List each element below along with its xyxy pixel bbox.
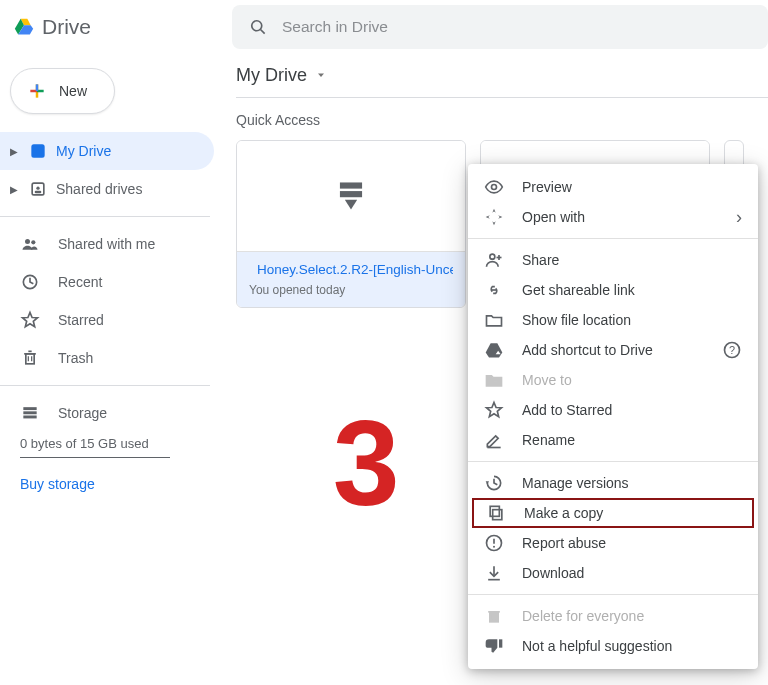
ctx-add-shortcut[interactable]: Add shortcut to Drive ? xyxy=(468,335,758,365)
svg-rect-19 xyxy=(26,354,34,364)
ctx-label: Share xyxy=(522,252,742,268)
svg-rect-62 xyxy=(499,639,502,647)
ctx-not-helpful[interactable]: Not a helpful suggestion xyxy=(468,631,758,661)
svg-rect-51 xyxy=(493,510,502,520)
ctx-get-link[interactable]: Get shareable link xyxy=(468,275,758,305)
nav-shared-drives[interactable]: ▶ Shared drives xyxy=(0,170,214,208)
buy-storage-link[interactable]: Buy storage xyxy=(20,476,220,492)
ctx-make-copy[interactable]: Make a copy xyxy=(472,498,754,528)
ctx-label: Delete for everyone xyxy=(522,608,742,624)
ctx-label: Rename xyxy=(522,432,742,448)
ctx-add-starred[interactable]: Add to Starred xyxy=(468,395,758,425)
quick-access-card[interactable]: Honey.Select.2.R2-[English-Unce... You o… xyxy=(236,140,466,308)
trash-icon xyxy=(484,606,504,626)
eye-icon xyxy=(484,177,504,197)
my-drive-icon xyxy=(28,141,48,161)
nav-my-drive[interactable]: ▶ My Drive xyxy=(0,132,214,170)
ctx-report-abuse[interactable]: Report abuse xyxy=(468,528,758,558)
pencil-icon xyxy=(484,430,504,450)
svg-line-5 xyxy=(261,30,265,34)
svg-marker-48 xyxy=(487,403,502,417)
history-icon xyxy=(484,473,504,493)
shared-drives-icon xyxy=(28,179,48,199)
nav-label: Starred xyxy=(58,312,104,328)
svg-point-13 xyxy=(36,187,39,190)
star-icon xyxy=(20,310,40,330)
svg-rect-52 xyxy=(490,506,499,516)
chevron-right-icon: › xyxy=(736,207,742,228)
file-subtitle: You opened today xyxy=(249,283,453,297)
star-icon xyxy=(484,400,504,420)
ctx-preview[interactable]: Preview xyxy=(468,172,758,202)
ctx-label: Not a helpful suggestion xyxy=(522,638,742,654)
ctx-label: Show file location xyxy=(522,312,742,328)
annotation-number: 3 xyxy=(326,394,406,532)
clock-icon xyxy=(20,272,40,292)
ctx-move-to: Move to xyxy=(468,365,758,395)
svg-rect-14 xyxy=(35,191,42,194)
report-icon xyxy=(484,533,504,553)
breadcrumb-label: My Drive xyxy=(236,65,307,86)
svg-rect-25 xyxy=(23,411,36,414)
ctx-open-with[interactable]: Open with › xyxy=(468,202,758,232)
nav-recent[interactable]: Recent xyxy=(0,263,214,301)
plus-icon xyxy=(27,81,47,101)
storage-usage-text: 0 bytes of 15 GB used xyxy=(20,436,220,451)
svg-point-34 xyxy=(492,185,497,190)
search-input[interactable] xyxy=(282,18,752,36)
svg-point-15 xyxy=(25,239,30,244)
nav-label: Trash xyxy=(58,350,93,366)
ctx-delete-everyone: Delete for everyone xyxy=(468,601,758,631)
svg-marker-50 xyxy=(486,481,489,484)
ctx-rename[interactable]: Rename xyxy=(468,425,758,455)
ctx-label: Move to xyxy=(522,372,742,388)
ctx-label: Add to Starred xyxy=(522,402,742,418)
breadcrumb[interactable]: My Drive xyxy=(236,54,768,98)
sidebar: New ▶ My Drive ▶ Shared drives Shared wi… xyxy=(0,54,220,685)
drive-shortcut-icon xyxy=(484,340,504,360)
dropdown-arrow-icon[interactable] xyxy=(315,65,327,86)
nav-storage[interactable]: Storage xyxy=(0,394,214,432)
ctx-label: Add shortcut to Drive xyxy=(522,342,704,358)
new-button[interactable]: New xyxy=(10,68,115,114)
svg-marker-27 xyxy=(318,74,324,78)
expand-arrow-icon[interactable]: ▶ xyxy=(8,184,20,195)
svg-point-39 xyxy=(490,254,495,259)
ctx-label: Manage versions xyxy=(522,475,742,491)
ctx-show-location[interactable]: Show file location xyxy=(468,305,758,335)
storage-bar xyxy=(20,457,170,458)
ctx-download[interactable]: Download xyxy=(468,558,758,588)
svg-marker-37 xyxy=(486,215,490,218)
svg-marker-38 xyxy=(498,215,502,218)
svg-rect-58 xyxy=(490,612,498,622)
svg-rect-28 xyxy=(340,182,362,188)
file-name: Honey.Select.2.R2-[English-Unce... xyxy=(257,262,453,277)
nav-label: Shared with me xyxy=(58,236,155,252)
nav-label: Shared drives xyxy=(56,181,142,197)
quick-access-heading: Quick Access xyxy=(236,112,768,128)
expand-arrow-icon[interactable]: ▶ xyxy=(8,146,20,157)
ctx-share[interactable]: Share xyxy=(468,245,758,275)
app-name: Drive xyxy=(42,15,91,39)
nav-starred[interactable]: Starred xyxy=(0,301,214,339)
nav-shared-with-me[interactable]: Shared with me xyxy=(0,225,214,263)
search-icon xyxy=(248,17,268,37)
ctx-label: Open with xyxy=(522,209,718,225)
thumb-down-icon xyxy=(484,636,504,656)
link-icon xyxy=(484,280,504,300)
nav-trash[interactable]: Trash xyxy=(0,339,214,377)
svg-marker-18 xyxy=(23,313,38,327)
ctx-label: Make a copy xyxy=(524,505,736,521)
nav-label: Recent xyxy=(58,274,102,290)
search-bar[interactable] xyxy=(232,5,768,49)
ctx-label: Get shareable link xyxy=(522,282,742,298)
nav-label: Storage xyxy=(58,405,107,421)
ctx-manage-versions[interactable]: Manage versions xyxy=(468,468,758,498)
svg-point-4 xyxy=(252,21,262,31)
help-icon[interactable]: ? xyxy=(722,340,742,360)
context-menu: Preview Open with › Share Get shareable … xyxy=(468,164,758,669)
storage-icon xyxy=(20,403,40,423)
svg-rect-24 xyxy=(23,407,36,410)
svg-rect-26 xyxy=(23,416,36,419)
ctx-label: Report abuse xyxy=(522,535,742,551)
